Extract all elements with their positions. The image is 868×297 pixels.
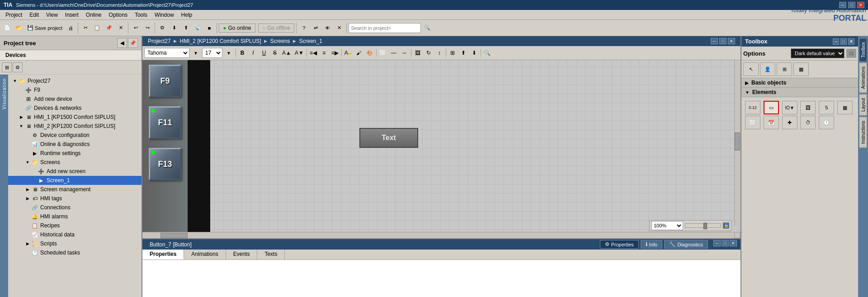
align-right-button[interactable]: ≡▶ [330,48,340,58]
toolbox-close-button[interactable]: ✕ [848,38,854,45]
canvas-vscroll-thumb[interactable] [735,132,740,151]
go-offline-button[interactable]: ○ Go offline [258,24,294,33]
flip-button[interactable]: ↕ [434,48,444,58]
search-execute-button[interactable]: 🔍 [422,22,433,34]
menu-options[interactable]: Options [105,11,131,19]
tree-item-hmi2[interactable]: ▼ 🖥 HMI_2 [KP1200 Comfort SIPLUS] [8,122,142,131]
tree-item-project27[interactable]: ▼ 📁 Project27 [8,76,142,85]
line-button[interactable]: ─ [400,48,410,58]
side-tab-toolbox[interactable]: Toolbox [859,38,867,61]
search-input[interactable] [349,23,421,33]
fn-button-f9[interactable]: F9 [149,65,181,97]
menu-help[interactable]: Help [178,11,196,19]
border-button[interactable]: ⬜ [378,48,388,58]
copy-button[interactable]: 📋 [92,22,103,34]
save-button[interactable]: 💾 Save project [25,22,64,34]
tree-item-add-new-device[interactable]: ⊞ Add new device [8,94,142,104]
elem-box-button[interactable]: ⬜ [745,116,760,129]
editor-close-button[interactable]: ✕ [728,38,735,44]
canvas-vertical-scrollbar[interactable] [734,60,741,226]
align-left-button[interactable]: ≡◀ [308,48,318,58]
italic-button[interactable]: I [248,48,258,58]
font-select[interactable]: Tahoma [144,48,189,58]
tree-config-button[interactable]: ⚙ [13,62,23,72]
dash-button[interactable]: — [389,48,399,58]
elem-numeric-button[interactable]: 0.12 [745,101,760,114]
zoom-slider[interactable] [685,223,721,228]
tree-item-historical[interactable]: 📈 Historical data [8,230,142,239]
elem-clock2-button[interactable]: 🕐 [819,116,834,129]
prop-tab-texts[interactable]: Texts [257,250,285,259]
tree-item-devices-networks[interactable]: 🔗 Devices & networks [8,104,142,113]
stop-button[interactable]: ■ [204,22,215,34]
elem-bar-button[interactable]: ▦ [837,101,853,114]
compile-button[interactable]: ⚙ [157,22,168,34]
side-tab-animations[interactable]: Animations [859,62,867,93]
tree-item-connections[interactable]: 🔗 Connections [8,203,142,212]
tree-item-screen1[interactable]: ▶ Screen_1 [8,176,142,185]
tree-pin-button[interactable]: 📌 [128,38,138,48]
tree-item-runtime[interactable]: ▶ Runtime settings [8,149,142,158]
fontsize-down-button[interactable]: A▼ [293,48,305,58]
side-tab-layout[interactable]: Layout [859,94,867,116]
fn-button-f11[interactable]: F11 [149,106,181,139]
elem-image-button[interactable]: 🖼 [800,101,816,114]
elem-date-button[interactable]: 📅 [764,116,779,129]
cut-button[interactable]: ✂ [80,22,91,34]
canvas-horizontal-scrollbar[interactable] [142,232,734,238]
elem-five-button[interactable]: 5 [819,101,834,114]
canvas-hscroll-thumb[interactable] [160,233,188,238]
diagnostics-tab-button[interactable]: 🔧 Diagnostics [664,240,708,249]
prop-tab-events[interactable]: Events [226,250,258,259]
person-tool-button[interactable]: 👤 [760,62,775,76]
dark-value-select[interactable]: Dark default value [791,48,844,58]
upload-button[interactable]: ⬆ [180,22,191,34]
font-color-button[interactable]: A▬ [343,48,353,58]
bold-button[interactable]: B [237,48,247,58]
info-tab-button[interactable]: ℹ Info [641,240,662,249]
menu-view[interactable]: View [42,11,61,19]
menu-project[interactable]: Project [2,11,26,19]
font-size-dropdown-button[interactable]: ▼ [223,47,234,59]
bg-color-button[interactable]: 🎨 [365,48,375,58]
text-widget[interactable]: Text [359,128,418,148]
prop-tab-animations[interactable]: Animations [184,250,226,259]
paste-button[interactable]: 📌 [104,22,114,34]
cursor-tool-button[interactable]: ↖ [743,62,759,76]
new-button[interactable]: 📄 [2,22,13,34]
tree-item-hmi-alarms[interactable]: 🔔 HMI alarms [8,212,142,221]
toolbox-maximize-button[interactable]: □ [840,38,847,45]
elem-cross-button[interactable]: ✚ [782,116,797,129]
options-expand-button[interactable]: □ [846,49,856,58]
redo-button[interactable]: ↪ [142,22,153,34]
table-tool-button[interactable]: ⊞ [777,62,792,76]
strikethrough-button[interactable]: S [270,48,280,58]
insert-image-button[interactable]: 🖼 [413,48,423,58]
tree-view-icon-button[interactable]: ⊞ [2,62,12,72]
close-button[interactable]: ✕ [857,2,864,8]
tree-item-hmi1[interactable]: ▶ 🖥 HMI_1 [KP1500 Comfort SIPLUS] [8,113,142,122]
menu-online[interactable]: Online [82,11,105,19]
tree-item-add-screen[interactable]: ➕ Add new screen [8,167,142,176]
side-tab-instructions[interactable]: Instructions [859,117,867,148]
menu-window[interactable]: Window [151,11,178,19]
fontsize-up-button[interactable]: A▲ [281,48,292,58]
download-button[interactable]: ⬇ [169,22,179,34]
editor-maximize-button[interactable]: □ [719,38,726,44]
tree-item-recipes[interactable]: 📋 Recipes [8,221,142,230]
move-up-button[interactable]: ⬆ [458,48,468,58]
undo-button[interactable]: ↩ [130,22,141,34]
tree-item-scheduled[interactable]: 🕐 Scheduled tasks [8,248,142,257]
tree-item-hmi-tags[interactable]: ▶ 🏷 HMI tags [8,194,142,203]
tree-item-scripts[interactable]: ▶ 📜 Scripts [8,239,142,248]
disconnect-button[interactable]: ✕ [334,22,344,34]
compare-button[interactable]: ⇌ [310,22,321,34]
grid-button[interactable]: ⊞ [448,48,458,58]
rotate-button[interactable]: ↻ [424,48,434,58]
zoom-select[interactable]: 100% [651,221,683,230]
monitor-button[interactable]: 👁 [322,22,333,34]
bottom-close-button[interactable]: ✕ [730,240,737,246]
grid-view-button[interactable]: ▦ [793,62,809,76]
fn-button-f13[interactable]: F13 [149,148,181,180]
delete-button[interactable]: ✕ [115,22,126,34]
